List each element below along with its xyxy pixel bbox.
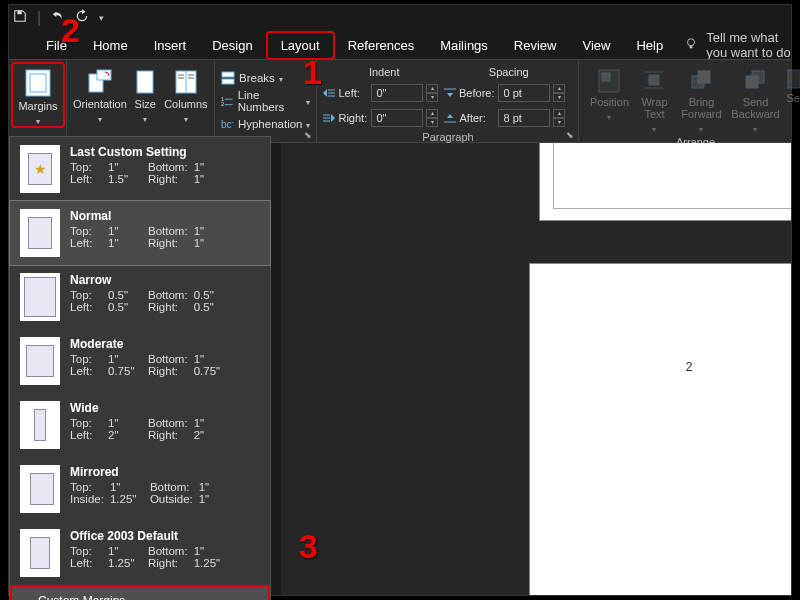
svg-rect-15 [222,79,234,84]
qat-customize-icon[interactable]: ▾ [99,13,104,23]
tab-review[interactable]: Review [501,33,570,58]
wrap-text-button: Wrap Text [633,64,675,134]
tab-layout[interactable]: Layout [266,31,335,60]
tell-me-label: Tell me what you want to do [706,30,791,60]
tab-help[interactable]: Help [623,33,676,58]
group-page-setup-mini: Breaks 12Line Numbers bc-Hyphenation ⬊ [215,60,317,142]
spacing-after-spinner[interactable]: After:▴▾ [444,107,565,129]
columns-label: Columns [164,98,207,110]
margins-preset-narrow[interactable]: Narrow Top:0.5"Bottom:0.5" Left:0.5"Righ… [10,265,270,329]
spacing-header: Spacing [445,66,572,78]
size-label: Size [135,98,156,110]
spacing-before-input[interactable] [498,84,550,102]
svg-rect-14 [222,72,234,77]
paragraph-group-label: Paragraph [323,129,572,143]
svg-rect-29 [602,73,610,81]
indent-right-input[interactable] [371,109,423,127]
indent-left-spinner[interactable]: Left:▴▾ [323,82,438,104]
spacing-after-input[interactable] [498,109,550,127]
tell-me-search[interactable]: Tell me what you want to do [684,30,791,60]
quick-access-toolbar: | ▾ [9,5,791,31]
svg-rect-30 [649,75,659,85]
tab-mailings[interactable]: Mailings [427,33,501,58]
save-icon[interactable] [13,9,27,27]
paragraph-launcher-icon[interactable]: ⬊ [566,130,574,140]
breaks-button[interactable]: Breaks [221,68,283,88]
page-2: 2 [529,263,791,595]
custom-margins-item[interactable]: Custom Margins... [10,585,270,600]
margins-preset-office 2003 default[interactable]: Office 2003 Default Top:1"Bottom:1" Left… [10,521,270,585]
svg-rect-37 [788,70,800,88]
svg-rect-0 [17,11,21,15]
margins-preset-moderate[interactable]: Moderate Top:1"Bottom:1" Left:0.75"Right… [10,329,270,393]
svg-rect-34 [698,71,710,83]
send-backward-button: Send Backward [727,64,783,134]
orientation-label: Orientation [73,98,127,110]
margins-preset-mirrored[interactable]: Mirrored Top:1"Bottom:1" Inside:1.25"Out… [10,457,270,521]
svg-text:2: 2 [221,101,224,107]
margins-preset-wide[interactable]: Wide Top:1"Bottom:1" Left:2"Right:2" [10,393,270,457]
tab-view[interactable]: View [569,33,623,58]
svg-point-1 [688,38,695,45]
tab-home[interactable]: Home [80,33,141,58]
svg-rect-2 [690,45,693,48]
hyphenation-button[interactable]: bc-Hyphenation [221,114,310,134]
tab-file[interactable]: File [33,33,80,58]
margins-preset-last custom setting[interactable]: Last Custom Setting Top:1"Bottom:1" Left… [10,137,270,201]
margins-label: Margins [18,100,57,112]
tab-references[interactable]: References [335,33,427,58]
spacing-before-spinner[interactable]: Before:▴▾ [444,82,565,104]
margins-preset-normal[interactable]: Normal Top:1"Bottom:1" Left:1"Right:1" [10,201,270,265]
line-numbers-button[interactable]: 12Line Numbers [221,91,310,111]
columns-button[interactable]: Columns [164,64,208,124]
indent-right-spinner[interactable]: Right:▴▾ [323,107,438,129]
size-button[interactable]: Size [127,64,164,124]
tab-insert[interactable]: Insert [141,33,200,58]
ribbon: Margins Last Custom Setting Top:1"Bottom… [9,59,791,143]
svg-rect-36 [746,76,758,88]
group-arrange: Position Wrap Text Bring Forward Send Ba… [579,60,800,142]
indent-left-input[interactable] [371,84,423,102]
group-page-setup-rest: Orientation Size Columns [67,60,215,142]
margins-button[interactable]: Margins [11,62,65,128]
svg-rect-7 [137,71,153,93]
group-paragraph: Indent Spacing Left:▴▾ Right:▴▾ Before:▴… [317,60,579,142]
position-button: Position [585,64,633,122]
chevron-down-icon [36,114,40,126]
orientation-button[interactable]: Orientation [73,64,127,124]
group-page-setup-margins: Margins Last Custom Setting Top:1"Bottom… [9,60,67,142]
page-number: 2 [686,360,693,374]
margins-dropdown: Last Custom Setting Top:1"Bottom:1" Left… [9,136,271,600]
page-1-body [553,143,791,209]
redo-icon[interactable] [75,9,89,27]
document-canvas[interactable]: 2 [281,143,791,595]
lightbulb-icon [684,37,698,54]
bring-forward-button: Bring Forward [675,64,727,134]
undo-icon[interactable] [51,9,65,27]
tab-design[interactable]: Design [199,33,265,58]
page-setup-launcher-icon[interactable]: ⬊ [304,130,312,140]
selection-pane-button: Sel [783,64,800,104]
indent-header: Indent [323,66,445,78]
ribbon-tabs: File Home Insert Design Layout Reference… [9,31,791,59]
